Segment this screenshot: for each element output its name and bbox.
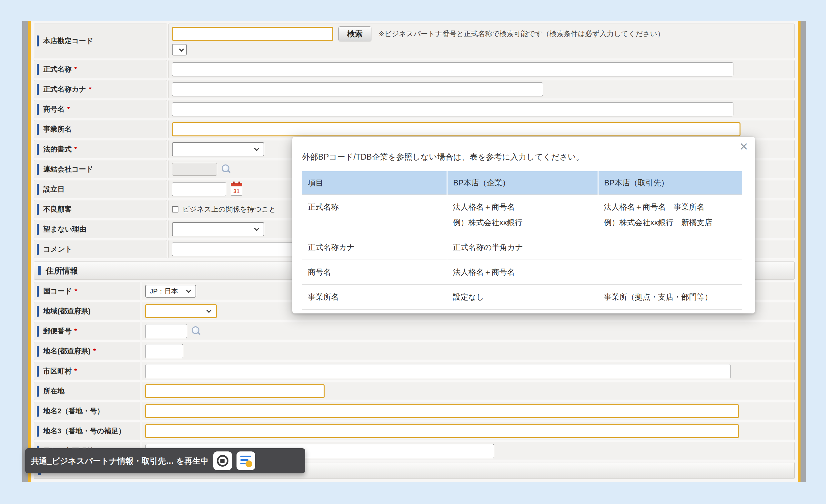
label-accent-bar (37, 224, 39, 235)
search-lookup-icon[interactable] (191, 326, 201, 336)
label-accent-bar (37, 144, 39, 155)
checkbox-label: ビジネス上の関係を持つこと (182, 204, 276, 214)
country-code-select[interactable]: JP：日本 (145, 285, 196, 298)
field-label: 地名2（番地・号） (43, 406, 104, 416)
field-label-cell: 望まない理由 (34, 220, 167, 238)
place-name-2-input[interactable] (145, 404, 739, 418)
field-label-cell: 商号名 * (34, 100, 167, 118)
field-label-cell: 不良顧客 (34, 200, 167, 218)
field-label: 事業所名 (43, 124, 72, 134)
section-title: 住所情報 (46, 265, 78, 276)
label-accent-bar (37, 326, 39, 337)
table-row: 事業所名 設定なし 事業所（拠点・支店・部門等） (302, 285, 742, 310)
form-row-location: 所在地 (34, 382, 795, 400)
field-label: 郵便番号 (43, 326, 72, 336)
postal-code-input[interactable] (145, 324, 187, 338)
consolidated-company-code-input (172, 163, 217, 176)
chevron-down-icon (254, 146, 259, 151)
field-label-cell: コメント (34, 240, 167, 258)
label-accent-bar (37, 124, 39, 135)
field-value-cell (142, 362, 795, 380)
field-label: 望まない理由 (43, 225, 86, 234)
head-office-account-code-input[interactable] (172, 27, 333, 41)
label-accent-bar (37, 164, 39, 175)
form-row-official-name: 正式名称 * (34, 60, 795, 78)
field-label: 商号名 (43, 105, 64, 114)
field-label: 連結会社コード (43, 165, 93, 174)
establishment-date-input[interactable] (172, 182, 226, 196)
field-value-cell (142, 382, 795, 400)
search-lookup-icon[interactable] (221, 165, 231, 174)
location-input[interactable] (145, 384, 324, 398)
field-label: 設立日 (43, 184, 64, 194)
field-label-cell: 地域(都道府県) (34, 302, 140, 320)
calendar-icon[interactable]: 31 (231, 183, 242, 196)
bad-customer-checkbox[interactable] (172, 206, 178, 212)
transcript-button[interactable] (237, 451, 255, 470)
place-name-3-input[interactable] (145, 424, 739, 438)
chevron-down-icon (179, 47, 184, 52)
reference-popup: × 外部BPコード/TDB企業を参照しない場合は、表を参考に入力してください。 … (292, 137, 755, 313)
field-label: 市区町村 (43, 366, 72, 376)
legal-form-select[interactable] (172, 142, 264, 156)
table-row: 正式名称 法人格名＋商号名 例）株式会社xx銀行 法人格名＋商号名 事業所名 例… (302, 195, 742, 235)
stop-playback-button[interactable] (213, 451, 232, 470)
field-label: 所在地 (43, 386, 64, 396)
city-input[interactable] (145, 364, 731, 378)
field-value-cell (168, 80, 795, 98)
trade-name-input[interactable] (172, 102, 733, 116)
official-name-kana-input[interactable] (172, 82, 543, 97)
required-asterisk: * (93, 347, 96, 355)
region-select[interactable] (145, 304, 217, 318)
place-name-prefecture-input[interactable] (145, 344, 183, 358)
chevron-down-icon (186, 288, 191, 293)
form-row-place-name-2: 地名2（番地・号） (34, 402, 795, 420)
label-accent-bar (37, 64, 39, 75)
right-scroll-rail[interactable] (801, 21, 806, 482)
official-name-input[interactable] (172, 62, 733, 76)
close-icon[interactable]: × (740, 139, 748, 153)
field-label: 地名(都道府県) (43, 346, 91, 356)
field-value-cell (142, 422, 795, 440)
required-asterisk: * (74, 367, 77, 375)
recording-player-bar: 共通_ビジネスパートナ情報・取引先… を再生中 (25, 448, 305, 474)
left-scroll-rail[interactable] (22, 21, 28, 482)
office-name-input[interactable] (172, 122, 741, 136)
field-label: 国コード (43, 286, 72, 296)
field-label-cell: 所在地 (34, 382, 140, 400)
label-accent-bar (37, 286, 39, 297)
label-accent-bar (37, 84, 39, 95)
search-button[interactable]: 検索 (339, 26, 371, 41)
section-accent-bar (38, 266, 41, 275)
required-asterisk: * (89, 85, 92, 93)
transcript-dot (245, 460, 252, 467)
field-label-cell: 正式名称カナ * (34, 80, 167, 98)
field-label-cell: 本店勘定コード (34, 23, 167, 58)
label-accent-bar (37, 426, 39, 437)
now-playing-text: 共通_ビジネスパートナ情報・取引先… を再生中 (31, 456, 209, 466)
required-asterisk: * (67, 105, 70, 114)
stop-icon (217, 455, 228, 466)
field-value-cell (142, 322, 795, 340)
popup-title: 外部BPコード/TDB企業を参照しない場合は、表を参考に入力してください。 (292, 137, 755, 162)
unwanted-reason-select[interactable] (172, 222, 264, 236)
field-value-cell (168, 60, 795, 78)
reference-table: 項目 BP本店（企業） BP本店（取引先） 正式名称 法人格名＋商号名 例）株式… (302, 171, 742, 310)
required-asterisk: * (74, 65, 77, 73)
field-label: 地名3（番地・号の補足） (43, 426, 125, 436)
head-office-account-code-select[interactable] (172, 44, 187, 56)
label-accent-bar (37, 346, 39, 357)
field-label: 正式名称 (43, 64, 72, 74)
label-accent-bar (37, 306, 39, 317)
table-header-row: 項目 BP本店（企業） BP本店（取引先） (302, 171, 742, 195)
field-label: 本店勘定コード (43, 36, 93, 46)
field-label-cell: 正式名称 * (34, 60, 167, 78)
field-label-cell: 市区町村 * (34, 362, 140, 380)
field-label-cell: 地名2（番地・号） (34, 402, 140, 420)
field-value-cell (142, 342, 795, 360)
label-accent-bar (37, 104, 39, 115)
form-row-postal-code: 郵便番号 * (34, 322, 795, 340)
field-label: 不良顧客 (43, 204, 72, 214)
field-value-cell (168, 120, 795, 138)
required-asterisk: * (74, 327, 77, 335)
